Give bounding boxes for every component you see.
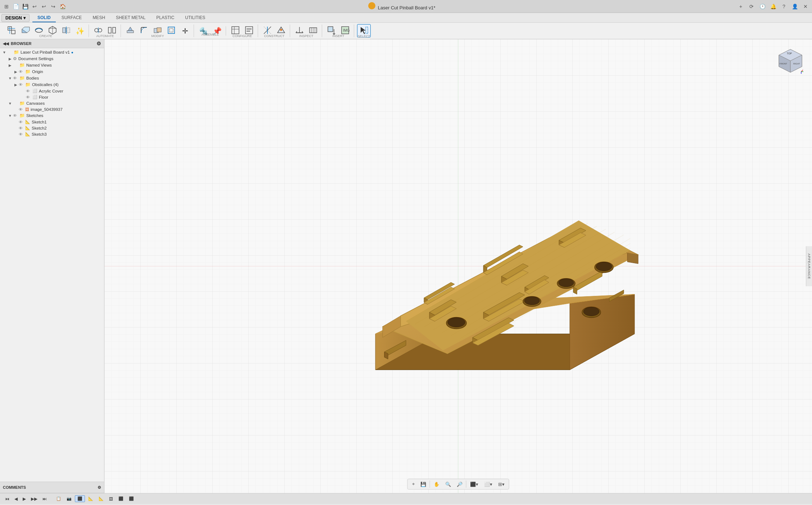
- orbit-btn[interactable]: ⌖: [410, 480, 417, 488]
- tab-plastic[interactable]: PLASTIC: [151, 14, 179, 22]
- tab-sheet-metal[interactable]: SHEET METAL: [111, 14, 150, 22]
- refresh-icon[interactable]: ⟳: [748, 3, 755, 10]
- apps-icon[interactable]: ⊞: [3, 3, 10, 10]
- eye-icon-obstacles[interactable]: 👁: [19, 82, 24, 87]
- eye-icon-sketches[interactable]: 👁: [13, 113, 19, 118]
- expand-icon-canvases[interactable]: ▼: [7, 102, 13, 105]
- expand-icon-doc[interactable]: ▶: [7, 57, 13, 61]
- tree-item-acrylic[interactable]: 👁 ⬜ Acrylic Cover: [0, 88, 104, 94]
- add-tab-icon[interactable]: +: [737, 3, 744, 10]
- comments-settings-icon[interactable]: ⚙: [98, 485, 101, 490]
- move-btn[interactable]: ✛: [179, 26, 191, 36]
- timeline-body-btn[interactable]: ⬛: [75, 495, 85, 502]
- tree-item-doc-settings[interactable]: ▶ ⚙ Document Settings: [0, 55, 104, 62]
- extrude-btn[interactable]: [19, 24, 32, 37]
- modify-group: ✛ MODIFY: [122, 24, 194, 37]
- file-icon[interactable]: 📄: [12, 3, 19, 10]
- tab-utilities[interactable]: UTILITIES: [180, 14, 210, 22]
- expand-icon-origin[interactable]: ▶: [13, 70, 19, 74]
- zoom-btn[interactable]: 🔎: [455, 481, 465, 488]
- timeline-canvas-btn[interactable]: 🖼: [107, 496, 115, 502]
- tree-item-origin[interactable]: ▶ 👁 📁 Origin: [0, 68, 104, 75]
- redo-icon[interactable]: ↪: [50, 3, 57, 10]
- eye-icon-sketch1[interactable]: 👁: [19, 120, 24, 124]
- press-pull-btn[interactable]: [124, 24, 137, 37]
- tree-item-sketch2[interactable]: 👁 📐 Sketch2: [0, 125, 104, 131]
- bell-icon[interactable]: 🔔: [770, 3, 777, 10]
- tree-item-image[interactable]: 👁 🖼 image_50439937: [0, 107, 104, 112]
- eye-icon-origin[interactable]: 👁: [19, 69, 24, 74]
- eye-icon-floor[interactable]: 👁: [26, 95, 32, 99]
- tree-item-sketches[interactable]: ▼ 👁 📁 Sketches: [0, 112, 104, 119]
- eye-icon-acrylic[interactable]: 👁: [26, 89, 32, 93]
- browser-collapse-icon[interactable]: ◀◀: [3, 41, 9, 46]
- expand-icon-sketches[interactable]: ▼: [7, 114, 13, 118]
- timeline-menu-btn[interactable]: 📋: [54, 496, 63, 502]
- nav-cube[interactable]: TOP FRONT RIGHT: [776, 46, 805, 75]
- tree-item-canvases[interactable]: ▼ 📁 Canvases: [0, 100, 104, 107]
- eye-icon-image[interactable]: 👁: [19, 107, 24, 112]
- scale-icon: [167, 26, 176, 36]
- user-avatar[interactable]: 👤: [791, 3, 798, 10]
- effects-btn[interactable]: ⬜▾: [482, 481, 495, 488]
- skip-back-btn[interactable]: ⏮: [3, 496, 12, 502]
- eye-icon-bodies[interactable]: 👁: [13, 76, 19, 80]
- undo-icon[interactable]: ↩: [31, 3, 38, 10]
- browser-settings-icon[interactable]: ⚙: [96, 41, 101, 46]
- play-btn[interactable]: ▶: [21, 496, 28, 502]
- viewport[interactable]: TOP FRONT RIGHT APPEARANCE ⌖ 💾 ✋ 🔍 🔎 ⬛▾ …: [104, 39, 812, 493]
- timeline-construct-btn[interactable]: 📐: [96, 496, 106, 502]
- svg-rect-24: [232, 27, 239, 34]
- clock-icon[interactable]: 🕐: [759, 3, 766, 10]
- svg-point-108: [583, 307, 599, 316]
- tree-item-root[interactable]: ▼ 📁 Laser Cut Pinball Board v1 ●: [0, 49, 104, 55]
- undo2-icon[interactable]: ↩: [40, 3, 48, 10]
- scale-btn[interactable]: [165, 24, 178, 37]
- design-dropdown[interactable]: DESIGN ▾: [1, 14, 30, 22]
- expand-icon-bodies[interactable]: ▼: [7, 76, 13, 80]
- new-component-btn[interactable]: [5, 24, 18, 37]
- eye-icon-sketch2[interactable]: 👁: [19, 126, 24, 130]
- timeline-sketch-btn[interactable]: 📐: [86, 496, 95, 502]
- tree-item-sketch1[interactable]: 👁 📐 Sketch1: [0, 119, 104, 125]
- separator1: [430, 481, 430, 488]
- step-back-btn[interactable]: ◀: [12, 496, 20, 502]
- insert-label: INSERT: [333, 34, 344, 38]
- tree-item-obstacles[interactable]: ▶ 👁 📁 Obsticalles (4): [0, 81, 104, 88]
- close-button[interactable]: ✕: [802, 3, 809, 10]
- grid-btn[interactable]: ⊞▾: [496, 481, 507, 488]
- sketch-icon1: 📐: [25, 120, 30, 124]
- svg-rect-18: [127, 31, 134, 33]
- svg-text:TOP: TOP: [787, 52, 792, 55]
- step-forward-btn[interactable]: ▶▶: [29, 496, 40, 502]
- tab-surface[interactable]: SURFACE: [57, 14, 87, 22]
- expand-icon-obstacles[interactable]: ▶: [13, 83, 19, 87]
- save-icon[interactable]: 💾: [22, 3, 29, 10]
- skip-forward-btn[interactable]: ⏭: [40, 496, 49, 502]
- fillet-btn[interactable]: [137, 24, 150, 37]
- tree-item-named-views[interactable]: ▶ 📁 Named Views: [0, 62, 104, 68]
- home-icon[interactable]: 🏠: [59, 3, 66, 10]
- timeline-item7[interactable]: ⬛: [116, 496, 126, 502]
- zoom-fit-btn[interactable]: 🔍: [443, 481, 453, 488]
- pattern-btn[interactable]: ✨: [73, 26, 86, 36]
- tree-label-origin: Origin: [32, 69, 43, 74]
- tab-solid[interactable]: SOLID: [32, 14, 56, 22]
- expand-icon-root[interactable]: ▼: [1, 50, 7, 54]
- help-icon[interactable]: ?: [780, 3, 788, 10]
- tree-item-bodies[interactable]: ▼ 👁 📁 Bodies: [0, 75, 104, 81]
- pan-btn[interactable]: ✋: [432, 481, 442, 488]
- verified-icon: ●: [71, 50, 73, 54]
- save-view-btn[interactable]: 💾: [418, 481, 428, 488]
- mirror-btn[interactable]: [60, 24, 73, 37]
- timeline-item8[interactable]: ⬛: [127, 496, 136, 502]
- appearance-panel[interactable]: APPEARANCE: [806, 246, 812, 287]
- display-mode-btn[interactable]: ⬛▾: [468, 481, 481, 488]
- image-icon: 🖼: [25, 107, 29, 112]
- eye-icon-sketch3[interactable]: 👁: [19, 132, 24, 136]
- tab-mesh[interactable]: MESH: [87, 14, 110, 22]
- timeline-camera-btn[interactable]: 📷: [64, 496, 74, 502]
- tree-item-sketch3[interactable]: 👁 📐 Sketch3: [0, 131, 104, 137]
- tree-item-floor[interactable]: 👁 ⬜ Floor: [0, 94, 104, 100]
- expand-icon-named-views[interactable]: ▶: [7, 63, 13, 67]
